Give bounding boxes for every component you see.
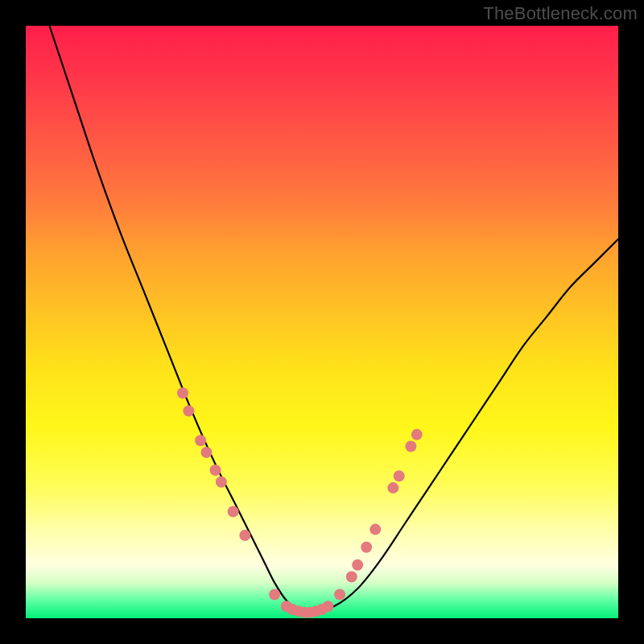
highlight-dot xyxy=(411,429,423,440)
highlight-dot xyxy=(405,441,416,452)
dots-layer xyxy=(26,26,618,618)
highlight-dot xyxy=(352,559,363,571)
highlight-dot xyxy=(334,589,345,601)
highlight-dot xyxy=(346,571,357,582)
highlight-dot xyxy=(394,470,405,481)
highlight-dot xyxy=(369,524,381,535)
highlight-dot xyxy=(239,530,250,541)
watermark-text: TheBottleneck.com xyxy=(483,3,638,24)
highlight-dot xyxy=(228,506,239,518)
highlight-dot xyxy=(210,464,221,476)
highlight-dot xyxy=(361,542,372,553)
highlight-dot xyxy=(200,447,212,458)
highlight-dot xyxy=(216,477,227,488)
highlight-dot xyxy=(269,589,280,601)
plot-area xyxy=(26,26,618,618)
highlight-dot xyxy=(183,405,194,416)
chart-frame: TheBottleneck.com xyxy=(0,0,644,644)
highlight-dot xyxy=(387,482,398,493)
highlight-dot xyxy=(177,387,188,398)
highlight-dot xyxy=(195,435,206,446)
highlight-dot xyxy=(322,601,333,612)
highlight-dots-group xyxy=(177,387,423,617)
